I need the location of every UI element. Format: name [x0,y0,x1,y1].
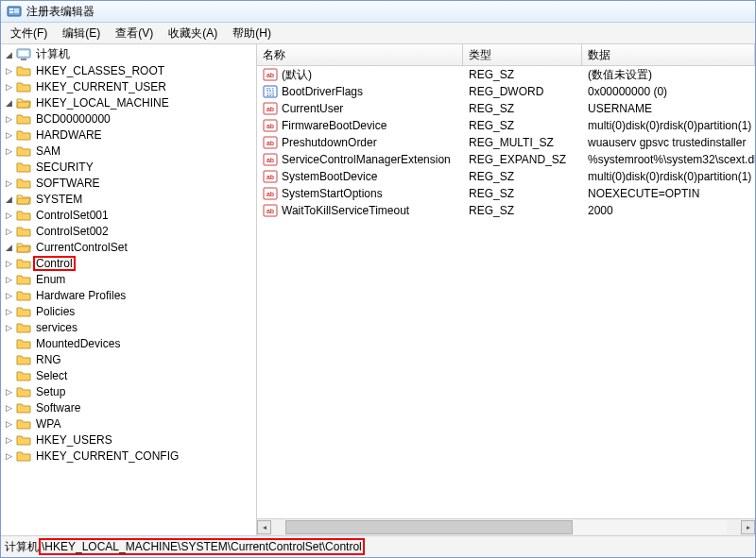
tree-node-system[interactable]: ◢SYSTEM [3,191,256,207]
tree-node-hkcu[interactable]: ▷HKEY_CURRENT_USER [3,78,256,94]
expand-toggle[interactable]: ▷ [3,258,14,269]
folder-icon [16,384,31,399]
tree-node-enum[interactable]: ▷Enum [3,271,256,287]
column-header-data[interactable]: 数据 [582,44,755,65]
folder-icon [16,288,31,303]
menu-file[interactable]: 文件(F) [3,24,55,43]
value-row[interactable]: abPreshutdownOrderREG_MULTI_SZwuauserv g… [257,134,755,151]
tree-node-sam[interactable]: ▷SAM [3,143,256,159]
expand-toggle[interactable]: ▷ [3,434,14,446]
tree-node-services[interactable]: ▷services [3,319,256,335]
svg-rect-2 [9,11,13,13]
scroll-left-button[interactable]: ◂ [257,520,271,534]
tree-node-control[interactable]: ▷Control [3,255,256,271]
tree-node-setup[interactable]: ▷Setup [3,383,256,399]
folder-icon [16,160,31,175]
tree-node-hwprofiles[interactable]: ▷Hardware Profiles [3,287,256,303]
value-type: REG_SZ [463,67,582,82]
tree-node-bcd[interactable]: ▷BCD00000000 [3,110,256,127]
tree-node-currentcontrolset[interactable]: ◢CurrentControlSet [3,239,256,255]
status-path-highlight: \HKEY_LOCAL_MACHINE\SYSTEM\CurrentContro… [39,538,365,555]
main-area: ◢ 计算机 ▷HKEY_CLASSES_ROOT ▷HKEY_CURRENT_U… [1,44,755,535]
expand-toggle[interactable]: ▷ [3,306,14,317]
folder-icon [16,304,31,319]
expand-toggle[interactable]: ▷ [3,322,14,333]
value-row[interactable]: abSystemStartOptionsREG_SZ NOEXECUTE=OPT… [257,185,755,202]
menu-view[interactable]: 查看(V) [108,24,161,43]
tree-node-hku[interactable]: ▷HKEY_USERS [3,431,256,448]
expand-toggle[interactable]: ▷ [3,81,14,93]
value-row[interactable]: 011110BootDriverFlagsREG_DWORD0x00000000… [257,83,755,100]
column-header-name[interactable]: 名称 [257,44,463,65]
folder-icon [16,224,31,239]
expand-toggle[interactable]: ▷ [3,386,14,397]
expand-toggle[interactable]: ▷ [3,274,14,285]
tree-node-select[interactable]: ▷Select [3,367,256,383]
expand-toggle[interactable]: ▷ [3,418,14,430]
menu-favorites[interactable]: 收藏夹(A) [161,24,225,43]
expand-toggle[interactable]: ◢ [3,49,14,60]
expand-toggle[interactable]: ▷ [3,178,14,189]
value-row[interactable]: abFirmwareBootDeviceREG_SZmulti(0)disk(0… [257,117,755,134]
window-title: 注册表编辑器 [26,4,94,20]
tree-node-security[interactable]: ▷SECURITY [3,159,256,175]
value-data: 0x00000000 (0) [582,84,755,99]
folder-icon [16,63,31,78]
expand-toggle[interactable]: ▷ [3,450,14,462]
svg-text:ab: ab [266,123,274,129]
value-row[interactable]: abCurrentUserREG_SZUSERNAME [257,100,755,117]
svg-text:ab: ab [266,208,274,214]
svg-rect-1 [9,8,13,10]
value-name: SystemBootDevice [282,170,377,183]
folder-icon [16,432,31,448]
tree-node-hkcr[interactable]: ▷HKEY_CLASSES_ROOT [3,62,256,78]
tree-node-hkcc[interactable]: ▷HKEY_CURRENT_CONFIG [3,448,256,464]
tree-node-controlset002[interactable]: ▷ControlSet002 [3,223,256,239]
expand-toggle[interactable]: ▷ [3,145,14,157]
expand-toggle[interactable]: ◢ [3,242,14,253]
list-body[interactable]: ab(默认)REG_SZ(数值未设置)011110BootDriverFlags… [257,66,755,518]
column-header-type[interactable]: 类型 [463,44,582,65]
svg-text:ab: ab [266,72,274,78]
scroll-thumb[interactable] [285,520,573,534]
expand-toggle[interactable]: ▷ [3,226,14,237]
expand-toggle[interactable]: ▷ [3,65,14,76]
tree-node-software[interactable]: ▷SOFTWARE [3,175,256,191]
menu-edit[interactable]: 编辑(E) [55,24,108,43]
expand-toggle[interactable]: ▷ [3,113,14,125]
svg-text:ab: ab [266,174,274,180]
horizontal-scrollbar[interactable]: ◂ ▸ [257,518,755,535]
value-row[interactable]: abSystemBootDeviceREG_SZmulti(0)disk(0)r… [257,168,755,185]
tree-node-mounteddevices[interactable]: ▷MountedDevices [3,335,256,351]
folder-icon [16,79,31,94]
tree-node-hklm[interactable]: ◢HKEY_LOCAL_MACHINE [3,94,256,110]
scroll-right-button[interactable]: ▸ [741,520,755,534]
expand-toggle[interactable]: ▷ [3,290,14,301]
menu-bar: 文件(F) 编辑(E) 查看(V) 收藏夹(A) 帮助(H) [1,23,755,44]
scroll-track[interactable] [285,520,727,534]
folder-icon [16,127,31,143]
tree-node-controlset001[interactable]: ▷ControlSet001 [3,207,256,223]
folder-icon [16,111,31,127]
tree-node-wpa[interactable]: ▷WPA [3,415,256,431]
folder-open-icon [16,192,31,207]
expand-toggle[interactable]: ▷ [3,402,14,414]
tree-node-computer[interactable]: ◢ 计算机 [3,46,256,62]
value-name: FirmwareBootDevice [282,119,387,132]
svg-text:110: 110 [266,92,275,97]
menu-help[interactable]: 帮助(H) [225,24,279,43]
expand-toggle[interactable]: ◢ [3,194,14,205]
value-type: REG_SZ [463,203,582,218]
tree-node-tsoftware[interactable]: ▷Software [3,399,256,415]
tree-node-rng[interactable]: ▷RNG [3,351,256,367]
key-tree[interactable]: ◢ 计算机 ▷HKEY_CLASSES_ROOT ▷HKEY_CURRENT_U… [1,44,257,535]
tree-node-policies[interactable]: ▷Policies [3,303,256,319]
value-row[interactable]: abServiceControlManagerExtensionREG_EXPA… [257,151,755,168]
value-row[interactable]: ab(默认)REG_SZ(数值未设置) [257,66,755,83]
tree-node-hardware[interactable]: ▷HARDWARE [3,127,256,143]
expand-toggle[interactable]: ◢ [3,97,14,109]
value-type: REG_MULTI_SZ [463,135,582,150]
expand-toggle[interactable]: ▷ [3,129,14,141]
expand-toggle[interactable]: ▷ [3,210,14,221]
value-row[interactable]: abWaitToKillServiceTimeoutREG_SZ2000 [257,202,755,219]
